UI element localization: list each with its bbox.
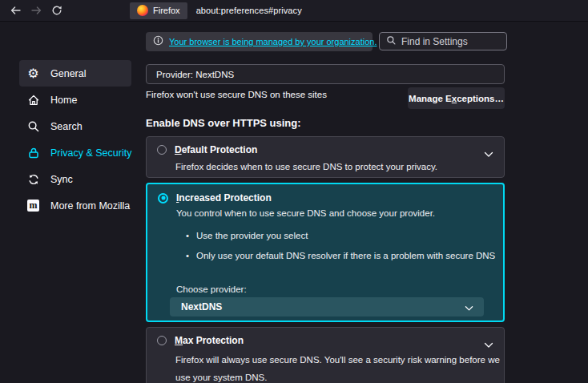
radio-default-protection[interactable] (157, 145, 167, 155)
sidebar-item-search[interactable]: Search (19, 113, 131, 139)
secure-dns-status-field[interactable]: Provider: NextDNS (146, 64, 505, 84)
gear-icon: ⚙ (26, 67, 40, 80)
manage-exceptions-label: Manage Exceptions… (409, 94, 504, 103)
address-url[interactable]: about:preferences#privacy (196, 6, 302, 15)
chevron-down-icon (465, 303, 473, 314)
forward-arrow-icon (30, 5, 42, 16)
choose-provider-label: Choose provider: (176, 284, 247, 294)
sidebar-item-label: More from Mozilla (50, 200, 130, 212)
radio-increased-protection[interactable] (158, 193, 168, 204)
firefox-preferences-window: Firefox about:preferences#privacy ⚙ Gene… (0, 0, 588, 383)
tab-label: Firefox (153, 6, 180, 15)
chevron-down-icon[interactable] (484, 337, 493, 352)
search-icon (386, 34, 397, 49)
doh-option-increased-protection[interactable]: Increased Protection You control when to… (146, 183, 505, 322)
sidebar-item-label: Sync (50, 174, 73, 185)
sidebar-item-label: Privacy & Security (50, 147, 131, 159)
back-button[interactable] (5, 2, 26, 19)
doh-option-max-protection[interactable]: Max Protection Firefox will always use s… (146, 327, 505, 383)
provider-status-text: Provider: NextDNS (156, 70, 234, 79)
option-description: Firefox decides when to use secure DNS t… (175, 162, 437, 171)
doh-option-default-protection[interactable]: Default Protection Firefox decides when … (146, 136, 505, 178)
mozilla-icon: m (26, 199, 40, 212)
browser-toolbar: Firefox about:preferences#privacy (0, 0, 588, 22)
forward-button[interactable] (26, 2, 46, 19)
manage-exceptions-button[interactable]: Manage Exceptions… (408, 87, 505, 109)
option-bullet: Only use your default DNS resolver if th… (186, 251, 495, 260)
chevron-down-icon[interactable] (484, 147, 493, 161)
home-icon (26, 93, 40, 107)
managed-notice-banner: Your browser is being managed by your or… (146, 32, 373, 51)
sync-icon (26, 172, 40, 186)
radio-max-protection[interactable] (157, 336, 167, 345)
tab-firefox[interactable]: Firefox (130, 2, 187, 19)
managed-notice-link[interactable]: Your browser is being managed by your or… (169, 37, 377, 46)
exceptions-description: Firefox won't use secure DNS on these si… (146, 90, 327, 99)
option-header: Max Protection (157, 335, 244, 346)
find-in-settings-input[interactable] (401, 36, 489, 47)
sidebar-item-general[interactable]: ⚙ General (19, 60, 131, 87)
find-in-settings-box (379, 32, 507, 50)
sidebar-item-sync[interactable]: Sync (19, 166, 131, 192)
option-bullet: Use the provider you select (186, 231, 308, 240)
preferences-content: ⚙ General Home Search Privacy & Securit (0, 22, 588, 383)
sidebar-item-privacy-security[interactable]: Privacy & Security (19, 139, 131, 166)
option-title: Default Protection (175, 144, 257, 155)
sidebar-item-home[interactable]: Home (19, 87, 131, 113)
option-description: Firefox will always use secure DNS. You'… (175, 351, 509, 383)
sidebar-item-more-from-mozilla[interactable]: m More from Mozilla (19, 192, 131, 219)
firefox-logo-icon (137, 5, 148, 16)
doh-heading: Enable DNS over HTTPS using: (146, 117, 301, 129)
sidebar-item-label: General (50, 68, 86, 79)
option-title: Increased Protection (176, 192, 272, 204)
info-icon (153, 34, 163, 49)
option-header: Default Protection (157, 144, 257, 155)
option-description: You control when to use secure DNS and c… (176, 208, 435, 218)
option-header: Increased Protection (158, 192, 272, 204)
reload-icon (51, 5, 62, 16)
reload-button[interactable] (46, 2, 67, 19)
option-title: Max Protection (175, 335, 244, 346)
lock-icon (26, 146, 40, 159)
sidebar-item-label: Search (50, 121, 83, 132)
search-icon (26, 119, 40, 133)
settings-sidebar: ⚙ General Home Search Privacy & Securit (19, 60, 131, 219)
provider-dropdown-value: NextDNS (181, 301, 222, 312)
provider-dropdown[interactable]: NextDNS (170, 297, 484, 316)
back-arrow-icon (10, 5, 22, 16)
sidebar-item-label: Home (50, 95, 77, 106)
